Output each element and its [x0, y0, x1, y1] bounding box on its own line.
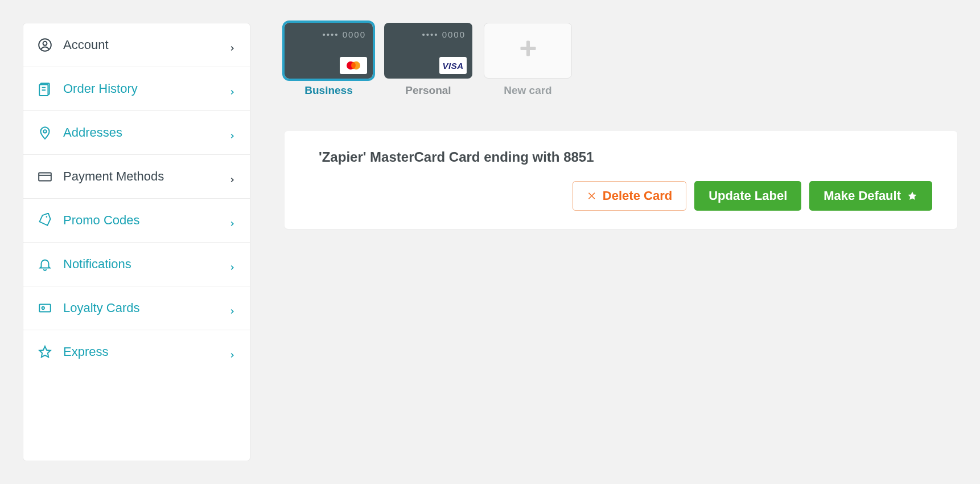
new-card-visual	[484, 23, 572, 79]
sidebar-item-label: Promo Codes	[63, 213, 228, 228]
sidebar-item-label: Order History	[63, 81, 228, 96]
sidebar-item-promo-codes[interactable]: Promo Codes	[23, 199, 250, 243]
sidebar-item-label: Express	[63, 344, 228, 359]
sidebar-item-notifications[interactable]: Notifications	[23, 243, 250, 286]
bell-icon	[37, 256, 53, 272]
card-tile-label: Business	[304, 84, 352, 97]
card-tile-label: Personal	[405, 84, 451, 97]
delete-card-button[interactable]: Delete Card	[573, 181, 686, 211]
update-label-button[interactable]: Update Label	[694, 181, 801, 211]
card-visual: •••• 0000 VISA	[384, 23, 472, 79]
sidebar-item-express[interactable]: Express	[23, 330, 250, 374]
card-visual: •••• 0000	[285, 23, 373, 79]
card-tile-new[interactable]: New card	[484, 23, 572, 97]
sidebar-item-label: Account	[63, 38, 228, 52]
sidebar-item-account[interactable]: Account	[23, 23, 250, 67]
tag-icon	[37, 212, 53, 228]
sidebar-item-order-history[interactable]: Order History	[23, 67, 250, 111]
sidebar-nav: Account Order History Addresses	[23, 23, 250, 461]
new-card-label: New card	[504, 84, 551, 97]
star-icon	[37, 344, 53, 360]
chevron-right-icon	[228, 85, 236, 93]
chevron-right-icon	[228, 348, 236, 356]
svg-point-9	[46, 216, 47, 218]
close-icon	[587, 191, 597, 201]
sidebar-item-addresses[interactable]: Addresses	[23, 111, 250, 155]
receipt-icon	[37, 81, 53, 97]
make-default-text: Make Default	[823, 190, 901, 202]
svg-rect-7	[39, 173, 51, 181]
svg-rect-16	[520, 47, 536, 50]
chevron-right-icon	[228, 41, 236, 49]
card-detail-panel: 'Zapier' MasterCard Card ending with 885…	[285, 131, 957, 229]
pin-icon	[37, 125, 53, 141]
user-icon	[37, 37, 53, 53]
loyalty-icon	[37, 300, 53, 316]
card-tile-business[interactable]: •••• 0000 Business	[285, 23, 373, 97]
card-tile-personal[interactable]: •••• 0000 VISA Personal	[384, 23, 472, 97]
chevron-right-icon	[228, 260, 236, 268]
chevron-right-icon	[228, 216, 236, 224]
card-actions: Delete Card Update Label Make Default	[319, 181, 932, 211]
sidebar-item-label: Notifications	[63, 257, 228, 272]
main-content: •••• 0000 Business •••• 0000 VISA Person…	[285, 23, 957, 461]
update-label-text: Update Label	[709, 190, 787, 202]
card-detail-title: 'Zapier' MasterCard Card ending with 885…	[319, 149, 932, 165]
sidebar-item-loyalty-cards[interactable]: Loyalty Cards	[23, 286, 250, 330]
svg-marker-12	[39, 346, 51, 357]
chevron-right-icon	[228, 129, 236, 137]
make-default-button[interactable]: Make Default	[809, 181, 932, 211]
svg-marker-17	[908, 192, 917, 200]
chevron-right-icon	[228, 173, 236, 181]
svg-point-6	[43, 130, 46, 133]
card-masked-number: •••• 0000	[322, 30, 366, 39]
star-icon	[907, 190, 918, 202]
mastercard-icon	[340, 57, 367, 74]
sidebar-item-label: Addresses	[63, 125, 228, 140]
card-masked-number: •••• 0000	[422, 30, 466, 39]
sidebar-item-label: Payment Methods	[63, 169, 228, 184]
svg-point-1	[43, 42, 47, 46]
delete-card-label: Delete Card	[603, 190, 672, 202]
svg-rect-10	[39, 305, 51, 312]
card-icon	[37, 169, 53, 184]
visa-icon: VISA	[439, 57, 467, 74]
plus-icon	[518, 38, 538, 64]
chevron-right-icon	[228, 304, 236, 312]
card-tiles-row: •••• 0000 Business •••• 0000 VISA Person…	[285, 23, 957, 97]
svg-point-11	[42, 307, 44, 309]
sidebar-item-payment-methods[interactable]: Payment Methods	[23, 155, 250, 199]
sidebar-item-label: Loyalty Cards	[63, 301, 228, 315]
